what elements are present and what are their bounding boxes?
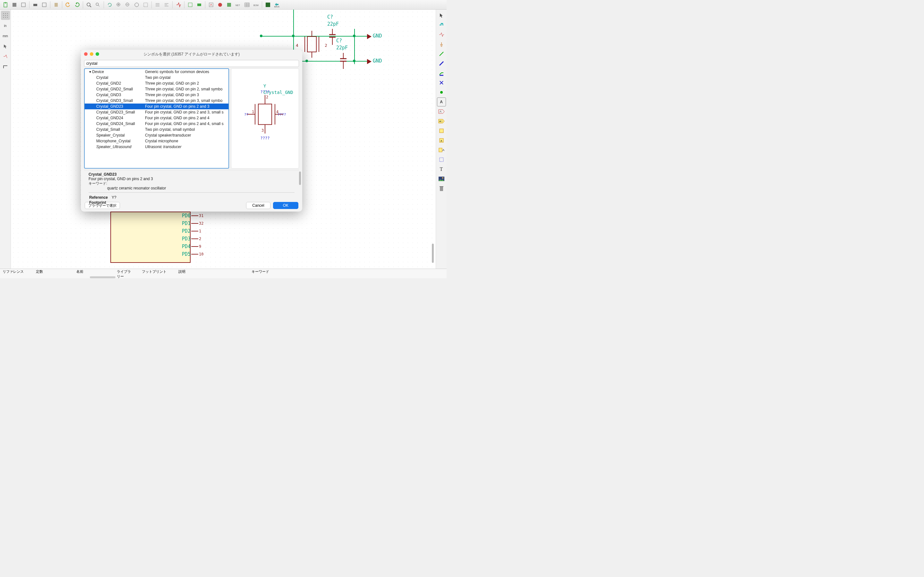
netlist-icon[interactable]: NET <box>234 1 242 9</box>
minimize-icon[interactable] <box>90 52 94 56</box>
left-toolbar: in mm <box>0 10 11 269</box>
c2-val[interactable]: 22pF <box>336 45 348 51</box>
list-item[interactable]: Crystal_GND24Four pin crystal, GND on pi… <box>85 115 228 121</box>
new-icon[interactable] <box>1 1 10 9</box>
place-symbol-icon[interactable] <box>437 30 446 39</box>
junction-icon[interactable] <box>437 88 446 97</box>
force-hv-icon[interactable] <box>1 62 10 71</box>
c1-ref[interactable]: C? <box>327 14 333 20</box>
global-label-icon[interactable]: A <box>437 107 446 116</box>
svg-rect-1 <box>13 3 16 7</box>
svg-point-35 <box>440 91 443 93</box>
zoom-out-icon[interactable] <box>124 1 132 9</box>
cancel-button[interactable]: Cancel <box>246 202 270 209</box>
grid-toggle-icon[interactable] <box>1 11 10 20</box>
list-item[interactable]: CrystalTwo pin crystal <box>85 75 228 81</box>
ok-button[interactable]: OK <box>273 202 298 209</box>
paste-icon[interactable] <box>52 1 60 9</box>
c2-ref[interactable]: C? <box>336 38 342 44</box>
symbol-list[interactable]: ▾ Device Generic symbols for common devi… <box>84 68 229 169</box>
svg-text:1: 1 <box>252 110 254 114</box>
zoom-in-icon[interactable] <box>115 1 123 9</box>
erc-icon[interactable] <box>216 1 224 9</box>
svg-rect-46 <box>439 186 443 187</box>
units-mm-icon[interactable]: mm <box>1 31 10 40</box>
zoom-selection-icon[interactable] <box>142 1 150 9</box>
hscroll[interactable] <box>90 276 115 278</box>
list-item[interactable]: Speaker_CrystalCrystal speaker/transduce… <box>85 132 228 138</box>
place-wire-icon[interactable] <box>437 49 446 58</box>
svg-point-6 <box>87 3 90 6</box>
hierarchy-icon[interactable] <box>153 1 162 9</box>
search-input[interactable] <box>84 60 299 67</box>
plot-icon[interactable] <box>40 1 48 9</box>
find-icon[interactable] <box>85 1 93 9</box>
status-bar: リファレンス定数名前ライブラリーフットプリント説明キーワード Y?Crystal… <box>0 269 447 278</box>
highlight-net-icon[interactable] <box>437 21 446 29</box>
hier-sheet-icon[interactable] <box>437 126 446 135</box>
cursor-shape-icon[interactable] <box>1 42 10 51</box>
bom-icon[interactable]: BOM <box>252 1 260 9</box>
zoom-fit-icon[interactable] <box>132 1 141 9</box>
dashed-line-icon[interactable] <box>437 155 446 164</box>
symbol-chooser-dialog: シンボルを選択 (16357 アイテムがロードされています) ▾ Device … <box>81 50 302 211</box>
refresh-icon[interactable] <box>105 1 114 9</box>
undo-icon[interactable] <box>64 1 72 9</box>
replace-icon[interactable] <box>94 1 102 9</box>
symbol-editor-icon[interactable] <box>174 1 183 9</box>
back-import-icon[interactable]: BACK <box>273 1 281 9</box>
list-item[interactable]: Crystal_GND23_SmallFour pin crystal, GND… <box>85 109 228 115</box>
dialog-title: シンボルを選択 (16357 アイテムがロードされています) <box>144 52 240 57</box>
dialog-titlebar[interactable]: シンボルを選択 (16357 アイテムがロードされています) <box>81 50 302 59</box>
svg-text:A: A <box>441 139 443 142</box>
select-tool-icon[interactable] <box>437 11 446 20</box>
place-power-icon[interactable] <box>437 40 446 49</box>
page-settings-icon[interactable] <box>19 1 27 9</box>
text-icon[interactable]: T <box>437 165 446 174</box>
svg-text:BACK: BACK <box>274 6 279 8</box>
save-icon[interactable] <box>10 1 19 9</box>
svg-point-24 <box>5 13 6 14</box>
list-item[interactable]: Crystal_SmallTwo pin crystal, small symb… <box>85 127 228 132</box>
list-item[interactable]: Crystal_GND24_SmallFour pin crystal, GND… <box>85 121 228 127</box>
footprint-icon[interactable] <box>195 1 204 9</box>
canvas-scrollbar[interactable] <box>432 243 434 263</box>
list-item[interactable]: Crystal_GND2Three pin crystal, GND on pi… <box>85 81 228 86</box>
assign-footprint-icon[interactable] <box>225 1 233 9</box>
import-hier-icon[interactable]: A <box>437 136 446 145</box>
maximize-icon[interactable] <box>95 52 99 56</box>
hidden-pins-icon[interactable] <box>1 52 10 61</box>
list-item[interactable]: Microphone_CrystalCrystal microphone <box>85 138 228 144</box>
noconn-icon[interactable] <box>437 78 446 87</box>
list-item[interactable]: Crystal_GND3Three pin crystal, GND on pi… <box>85 92 228 98</box>
library-header[interactable]: ▾ Device Generic symbols for common devi… <box>85 69 228 75</box>
pcb-icon[interactable] <box>264 1 272 9</box>
svg-rect-12 <box>144 3 148 7</box>
details-scrollbar[interactable] <box>299 171 301 185</box>
browse-icon[interactable] <box>186 1 194 9</box>
annotate-icon[interactable] <box>207 1 215 9</box>
list-item[interactable]: Crystal_GND23Four pin crystal, GND on pi… <box>85 103 228 109</box>
bus-entry-icon[interactable] <box>437 69 446 77</box>
place-bus-icon[interactable] <box>437 59 446 68</box>
symbol-fields-icon[interactable] <box>243 1 251 9</box>
units-in-icon[interactable]: in <box>1 21 10 30</box>
list-item[interactable]: Crystal_GND2_SmallThree pin crystal, GND… <box>85 86 228 92</box>
svg-point-31 <box>7 17 8 18</box>
net-label-icon[interactable]: A <box>437 97 446 106</box>
c1-val[interactable]: 22pF <box>327 21 339 27</box>
leave-sheet-icon[interactable] <box>162 1 171 9</box>
print-icon[interactable] <box>31 1 39 9</box>
redo-icon[interactable] <box>73 1 81 9</box>
svg-point-45 <box>442 177 443 179</box>
svg-point-30 <box>5 17 6 18</box>
close-icon[interactable] <box>84 52 87 56</box>
list-item[interactable]: Speaker_UltrasoundUltrasonic transducer <box>85 144 228 150</box>
list-item[interactable]: Crystal_GND3_SmallThree pin crystal, GND… <box>85 98 228 103</box>
svg-point-26 <box>3 15 4 16</box>
hier-label-icon[interactable]: A□ <box>437 117 446 126</box>
svg-rect-63 <box>258 104 272 125</box>
delete-icon[interactable] <box>437 184 446 193</box>
hier-pin-icon[interactable]: A <box>437 145 446 155</box>
image-icon[interactable] <box>437 174 446 183</box>
